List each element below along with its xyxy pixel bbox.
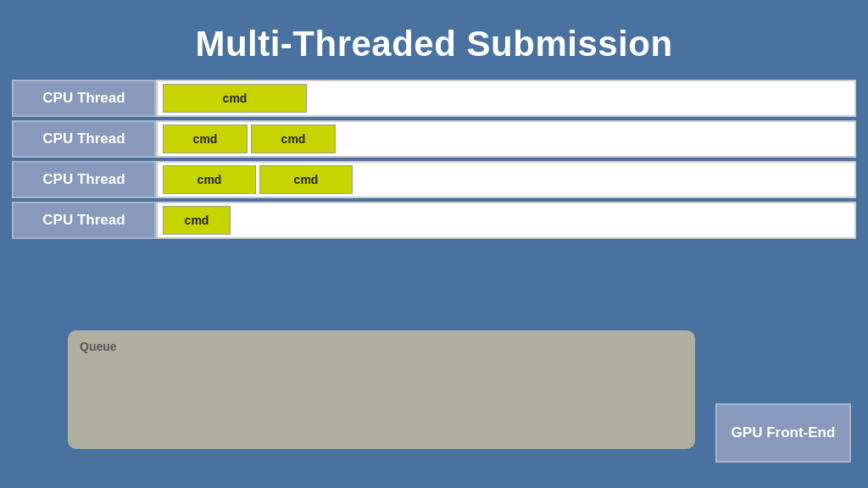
thread-timeline-2: cmd cmd [156,120,856,158]
thread-label-2: CPU Thread [12,120,156,158]
thread-row-1: CPU Thread cmd [12,80,856,117]
thread-label-3: CPU Thread [12,161,156,198]
thread-row-3: CPU Thread cmd cmd [12,161,856,198]
cmd-block-2-1: cmd [163,125,248,153]
thread-row-2: CPU Thread cmd cmd [12,120,856,158]
thread-row-4: CPU Thread cmd [12,202,856,239]
thread-label-1: CPU Thread [12,80,156,117]
page-title: Multi-Threaded Submission [0,0,868,80]
thread-timeline-3: cmd cmd [156,161,856,198]
cmd-block-1-1: cmd [163,84,307,113]
cmd-block-4-1: cmd [163,206,231,235]
gpu-frontend-label: GPU Front-End [732,424,836,441]
gpu-frontend-box: GPU Front-End [715,403,851,463]
cmd-block-3-2: cmd [259,165,353,194]
threads-container: CPU Thread cmd CPU Thread cmd cmd CPU Th… [0,80,868,239]
thread-timeline-4: cmd [156,202,856,239]
queue-label: Queue [80,340,117,353]
cmd-block-3-1: cmd [163,165,256,194]
cmd-block-2-2: cmd [251,125,336,153]
thread-label-4: CPU Thread [12,202,156,239]
queue-box: Queue [68,330,695,449]
thread-timeline-1: cmd [156,80,856,117]
